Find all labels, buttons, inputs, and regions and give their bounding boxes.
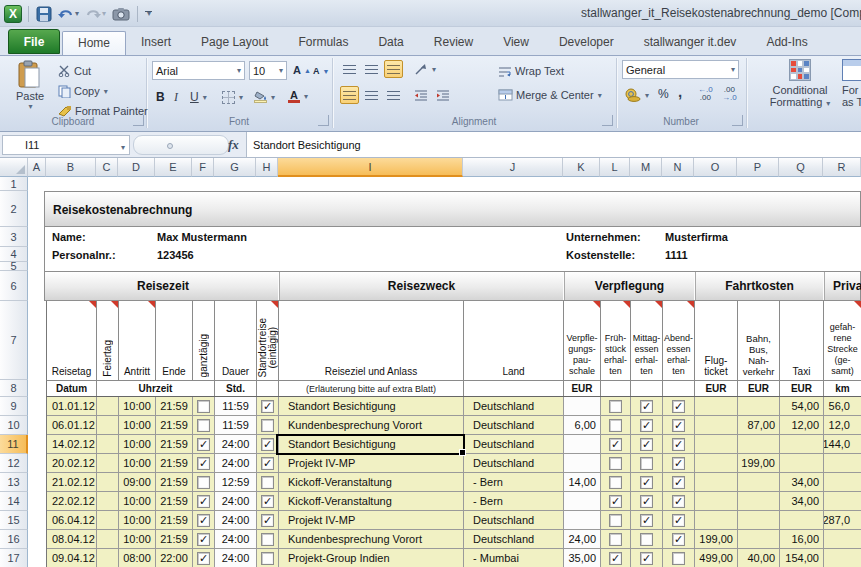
cell-Q15[interactable]: [780, 511, 824, 530]
save-button[interactable]: [35, 4, 53, 24]
cell-P13[interactable]: [738, 473, 780, 492]
cell-O15[interactable]: [695, 511, 738, 530]
column-header-D[interactable]: D: [118, 158, 155, 177]
cell-D15[interactable]: 10:00: [119, 511, 156, 530]
header-standortreise[interactable]: Standortreise (eintägig): [257, 301, 279, 380]
row-header-6[interactable]: 6: [0, 271, 28, 301]
cell-M14[interactable]: ✓: [631, 492, 663, 511]
cell-K10[interactable]: 6,00: [564, 416, 601, 435]
checkbox-unchecked-icon[interactable]: [640, 533, 653, 546]
cell-D9[interactable]: 10:00: [119, 397, 156, 416]
row-header-14[interactable]: 14: [0, 492, 28, 511]
cell-L10[interactable]: [601, 416, 631, 435]
header-land[interactable]: Land: [464, 301, 564, 380]
cell-G16[interactable]: 24:00: [215, 530, 257, 549]
tab-home[interactable]: Home: [62, 31, 126, 55]
cell-F10[interactable]: [193, 416, 215, 435]
row-header-1[interactable]: 1: [0, 177, 28, 191]
checkbox-checked-icon[interactable]: ✓: [609, 438, 622, 451]
format-as-table-button[interactable]: For as Ta: [842, 59, 861, 108]
column-header-F[interactable]: F: [192, 158, 214, 177]
row-header-10[interactable]: 10: [0, 416, 28, 435]
checkbox-unchecked-icon[interactable]: [261, 419, 274, 432]
cell-H17[interactable]: [257, 549, 279, 567]
header-strecke[interactable]: gefah- rene Strecke (ge- samt): [824, 301, 861, 380]
active-cell-selection[interactable]: [276, 434, 465, 455]
cell-N10[interactable]: ✓: [663, 416, 695, 435]
cell-O17[interactable]: 499,00: [695, 549, 738, 567]
cell-Q16[interactable]: 16,00: [780, 530, 824, 549]
cell-R11[interactable]: 144,0: [824, 435, 861, 454]
row-header-17[interactable]: 17: [0, 549, 28, 567]
cell-I10[interactable]: Kundenbesprechung Vorort: [279, 416, 464, 435]
subheader-note[interactable]: (Erläuterung bitte auf extra Blatt): [279, 381, 464, 396]
cell-D14[interactable]: 10:00: [119, 492, 156, 511]
cell-H10[interactable]: [257, 416, 279, 435]
cell-C9[interactable]: [97, 397, 119, 416]
cell-H12[interactable]: ✓: [257, 454, 279, 473]
cell-I9[interactable]: Standort Besichtigung: [279, 397, 464, 416]
cell-K13[interactable]: 14,00: [564, 473, 601, 492]
checkbox-checked-icon[interactable]: ✓: [197, 438, 210, 451]
cell-I15[interactable]: Projekt IV-MP: [279, 511, 464, 530]
cell-N9[interactable]: ✓: [663, 397, 695, 416]
header-taxi[interactable]: Taxi: [780, 301, 824, 380]
cell-E10[interactable]: 21:59: [156, 416, 193, 435]
header-antritt[interactable]: Antritt: [119, 301, 156, 380]
checkbox-unchecked-icon[interactable]: [197, 400, 210, 413]
checkbox-unchecked-icon[interactable]: [609, 457, 622, 470]
cell-G13[interactable]: 12:59: [215, 473, 257, 492]
checkbox-checked-icon[interactable]: ✓: [197, 514, 210, 527]
align-bottom-button[interactable]: [384, 60, 403, 78]
subheader-datum[interactable]: Datum: [47, 381, 97, 396]
decrease-decimal-button[interactable]: .00→.0: [722, 85, 737, 103]
cell-H16[interactable]: [257, 530, 279, 549]
header-mittagessen[interactable]: Mittag- essen erhal- ten: [631, 301, 663, 380]
column-header-B[interactable]: B: [46, 158, 96, 177]
tab-view[interactable]: View: [488, 31, 544, 55]
cell-G10[interactable]: 11:59: [215, 416, 257, 435]
cell-M17[interactable]: ✓: [631, 549, 663, 567]
cell-J9[interactable]: Deutschland: [464, 397, 564, 416]
subheader-blank[interactable]: [601, 381, 631, 396]
cell-L11[interactable]: ✓: [601, 435, 631, 454]
column-header-M[interactable]: M: [630, 158, 662, 177]
checkbox-checked-icon[interactable]: ✓: [197, 533, 210, 546]
checkbox-checked-icon[interactable]: ✓: [197, 495, 210, 508]
customize-toolbar-button[interactable]: ▾: [144, 4, 153, 24]
column-header-R[interactable]: R: [823, 158, 861, 177]
cell-D16[interactable]: 10:00: [119, 530, 156, 549]
cell-J13[interactable]: - Bern: [464, 473, 564, 492]
cell-J12[interactable]: Deutschland: [464, 454, 564, 473]
cell-C11[interactable]: [97, 435, 119, 454]
underline-button[interactable]: U▾: [190, 88, 207, 106]
cell-P9[interactable]: [738, 397, 780, 416]
checkbox-checked-icon[interactable]: ✓: [640, 495, 653, 508]
cell-M12[interactable]: [631, 454, 663, 473]
header-ende[interactable]: Ende: [156, 301, 193, 380]
cell-P12[interactable]: 199,00: [738, 454, 780, 473]
checkbox-checked-icon[interactable]: ✓: [672, 400, 685, 413]
row-header-13[interactable]: 13: [0, 473, 28, 492]
cell-N14[interactable]: ✓: [663, 492, 695, 511]
cell-R13[interactable]: [824, 473, 861, 492]
cell-L17[interactable]: ✓: [601, 549, 631, 567]
checkbox-checked-icon[interactable]: ✓: [197, 457, 210, 470]
cell-F17[interactable]: ✓: [193, 549, 215, 567]
checkbox-checked-icon[interactable]: ✓: [261, 457, 274, 470]
wrap-text-button[interactable]: Wrap Text: [498, 62, 564, 80]
cell-F15[interactable]: ✓: [193, 511, 215, 530]
cell-K11[interactable]: [564, 435, 601, 454]
formula-input[interactable]: Standort Besichtigung: [246, 132, 861, 157]
cell-L12[interactable]: [601, 454, 631, 473]
cell-M9[interactable]: ✓: [631, 397, 663, 416]
cell-C15[interactable]: [97, 511, 119, 530]
paste-button[interactable]: Paste ▾: [8, 60, 52, 111]
cell-C17[interactable]: [97, 549, 119, 567]
grow-font-button[interactable]: A▲: [293, 61, 311, 79]
cell-M16[interactable]: [631, 530, 663, 549]
checkbox-checked-icon[interactable]: ✓: [640, 514, 653, 527]
cell-M13[interactable]: ✓: [631, 473, 663, 492]
column-header-G[interactable]: G: [214, 158, 256, 177]
align-top-button[interactable]: [340, 60, 359, 78]
